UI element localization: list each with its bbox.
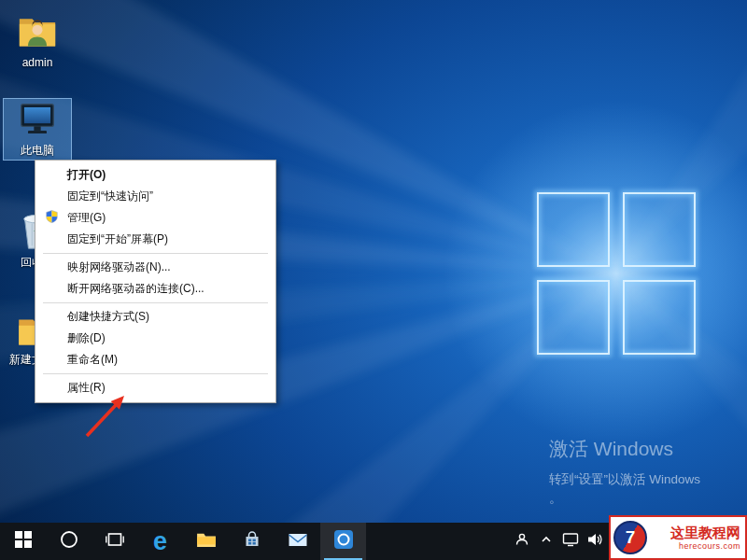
- people-icon: [514, 532, 529, 551]
- site-watermark: 7 这里教程网 herecours.com: [609, 515, 747, 560]
- icon-label: 此电脑: [21, 145, 54, 157]
- menu-item-label: 固定到“开始”屏幕(P): [67, 231, 168, 247]
- menu-item-label: 映射网络驱动器(N)...: [67, 259, 171, 275]
- active-app-button[interactable]: [320, 523, 366, 560]
- uac-shield-icon: [46, 210, 58, 226]
- desktop-icon-admin[interactable]: admin: [4, 9, 71, 72]
- mail-button[interactable]: [275, 523, 320, 560]
- site-logo-icon: 7: [613, 521, 647, 554]
- network-icon: [562, 532, 579, 551]
- menu-item-disconnect-network-drive[interactable]: 断开网络驱动器的连接(C)...: [35, 278, 275, 300]
- volume-icon: [586, 532, 603, 551]
- menu-separator: [43, 253, 268, 254]
- chevron-up-icon: [540, 533, 553, 550]
- menu-item-label: 打开(O): [67, 167, 106, 183]
- edge-icon: e: [153, 529, 167, 554]
- windows-logo-icon: [15, 531, 32, 552]
- site-watermark-url: herecours.com: [647, 541, 740, 551]
- annotation-arrow: [70, 385, 135, 444]
- this-pc-icon: [17, 102, 58, 143]
- menu-item-label: 断开网络驱动器的连接(C)...: [67, 281, 204, 297]
- menu-item-label: 管理(G): [67, 210, 106, 226]
- store-bag-icon: [243, 530, 261, 553]
- menu-separator: [43, 302, 268, 303]
- site-watermark-title: 这里教程网: [647, 525, 740, 541]
- menu-item-pin-quick-access[interactable]: 固定到“快速访问”: [35, 186, 275, 207]
- menu-item-label: 固定到“快速访问”: [67, 189, 153, 204]
- menu-separator: [43, 373, 268, 374]
- search-circle-icon: [60, 530, 78, 553]
- volume-button[interactable]: [583, 532, 607, 551]
- menu-item-label: 删除(D): [67, 330, 106, 346]
- desktop-icon-this-pc[interactable]: 此电脑: [4, 99, 71, 160]
- mail-envelope-icon: [288, 531, 308, 552]
- desktop: admin 此电脑 回收站: [0, 0, 747, 560]
- menu-item-label: 重命名(M): [67, 352, 118, 368]
- menu-item-open[interactable]: 打开(O): [35, 164, 275, 186]
- store-button[interactable]: [229, 523, 275, 560]
- activate-windows-title: 激活 Windows: [549, 436, 700, 462]
- cortana-search-button[interactable]: [46, 523, 92, 560]
- menu-item-create-shortcut[interactable]: 创建快捷方式(S): [35, 306, 275, 328]
- show-hidden-icons-button[interactable]: [534, 533, 558, 550]
- menu-item-label: 创建快捷方式(S): [67, 309, 149, 325]
- task-view-button[interactable]: [92, 523, 137, 560]
- start-button[interactable]: [0, 523, 46, 560]
- active-app-icon: [333, 529, 354, 553]
- user-folder-icon: [17, 12, 58, 55]
- activate-windows-subtitle: 转到“设置”以激活 Windows: [549, 471, 700, 488]
- context-menu: 打开(O) 固定到“快速访问”: [35, 160, 276, 403]
- activate-windows-watermark: 激活 Windows 转到“设置”以激活 Windows 。: [549, 436, 700, 507]
- edge-button[interactable]: e: [137, 523, 183, 560]
- file-explorer-icon: [196, 531, 217, 552]
- task-view-icon: [106, 530, 124, 553]
- menu-item-delete[interactable]: 删除(D): [35, 328, 275, 349]
- file-explorer-button[interactable]: [183, 523, 229, 560]
- menu-item-map-network-drive[interactable]: 映射网络驱动器(N)...: [35, 257, 275, 278]
- menu-item-rename[interactable]: 重命名(M): [35, 349, 275, 371]
- icon-label: admin: [22, 57, 53, 69]
- activate-windows-subtitle-2: 。: [549, 490, 700, 507]
- network-button[interactable]: [558, 532, 583, 551]
- people-button[interactable]: [510, 532, 534, 551]
- menu-item-manage[interactable]: 管理(G): [35, 207, 275, 229]
- menu-item-pin-to-start[interactable]: 固定到“开始”屏幕(P): [35, 229, 275, 250]
